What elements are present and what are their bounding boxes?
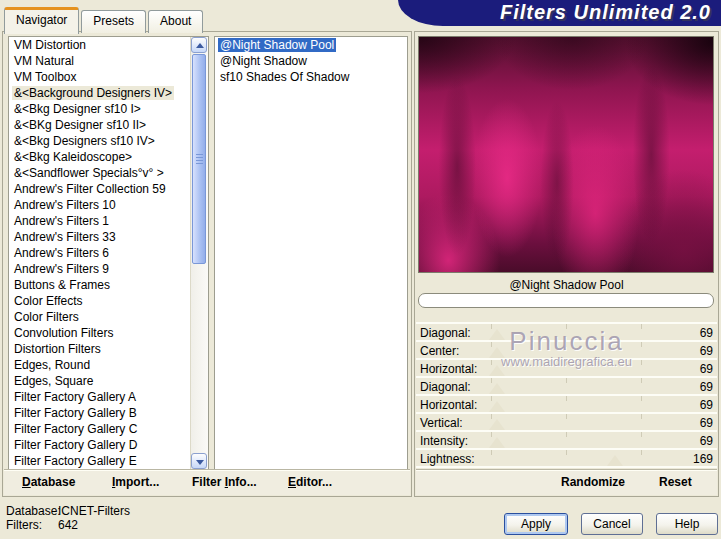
filters-unlimited-dialog: Navigator Presets About Filters Unlimite…: [0, 0, 721, 539]
slider-row[interactable]: Horizontal:69: [416, 394, 717, 412]
import-button[interactable]: Import...: [112, 475, 159, 489]
tab-presets-label: Presets: [93, 14, 134, 28]
filter-info-button[interactable]: Filter Info...: [192, 475, 257, 489]
tab-about-label: About: [160, 14, 191, 28]
scrollbar-thumb[interactable]: [192, 54, 206, 264]
left-toolbar: DatabaseImport...Filter Info...Editor...: [4, 469, 410, 495]
slider-thumb[interactable]: [489, 329, 505, 340]
slider-row[interactable]: Diagonal:69: [416, 376, 717, 394]
category-item[interactable]: Distortion Filters: [9, 341, 191, 357]
slider-row[interactable]: Center:69: [416, 340, 717, 358]
navigator-panel: VM DistortionVM NaturalVM Toolbox&<Backg…: [2, 31, 412, 497]
scroll-up-button[interactable]: [191, 37, 207, 53]
category-item[interactable]: Andrew's Filters 33: [9, 229, 191, 245]
app-title: Filters Unlimited 2.0: [500, 0, 721, 24]
preview-filter-name: @Night Shadow Pool: [415, 278, 718, 292]
right-toolbar: Randomize Reset: [416, 469, 717, 495]
category-item[interactable]: VM Toolbox: [9, 69, 191, 85]
slider-label: Lightness:: [420, 452, 475, 466]
filters-count-value: 642: [58, 518, 130, 532]
filter-listbox[interactable]: @Night Shadow Pool@Night Shadowsf10 Shad…: [214, 36, 408, 470]
slider-thumb[interactable]: [489, 365, 505, 376]
category-item[interactable]: Andrew's Filters 10: [9, 197, 191, 213]
database-button[interactable]: Database: [22, 475, 75, 489]
category-item[interactable]: VM Distortion: [9, 37, 191, 53]
preview-panel: @Night Shadow Pool Pinuccia www.maidireg…: [414, 31, 719, 497]
slider-label: Intensity:: [420, 434, 468, 448]
category-item[interactable]: Edges, Square: [9, 373, 191, 389]
filter-item[interactable]: @Night Shadow: [215, 53, 407, 69]
editor-button[interactable]: Editor...: [288, 475, 332, 489]
category-item[interactable]: Buttons & Frames: [9, 277, 191, 293]
tab-about[interactable]: About: [148, 10, 203, 33]
scrollbar-track[interactable]: [191, 53, 207, 453]
slider-thumb[interactable]: [489, 347, 505, 358]
database-value: ICNET-Filters: [58, 504, 130, 518]
filter-preview-image[interactable]: [418, 36, 714, 273]
category-item[interactable]: &<Bkg Designer sf10 I>: [9, 101, 191, 117]
category-item[interactable]: &<Bkg Designers sf10 IV>: [9, 133, 191, 149]
slider-label: Diagonal:: [420, 326, 471, 340]
slider-thumb[interactable]: [489, 383, 505, 394]
category-item[interactable]: &<Bkg Kaleidoscope>: [9, 149, 191, 165]
help-button[interactable]: Help: [656, 513, 718, 535]
tab-navigator[interactable]: Navigator: [4, 7, 79, 34]
slider-label: Horizontal:: [420, 362, 477, 376]
tab-presets[interactable]: Presets: [81, 10, 146, 33]
slider-row[interactable]: Intensity:69: [416, 430, 717, 448]
category-item[interactable]: Filter Factory Gallery D: [9, 437, 191, 453]
slider-label: Vertical:: [420, 416, 463, 430]
category-item[interactable]: Andrew's Filters 1: [9, 213, 191, 229]
filters-count-label: Filters:: [6, 518, 58, 532]
scrollbar-grip-icon: [196, 154, 203, 164]
category-item[interactable]: VM Natural: [9, 53, 191, 69]
apply-button[interactable]: Apply: [504, 513, 568, 535]
category-item[interactable]: Edges, Round: [9, 357, 191, 373]
category-item[interactable]: Convolution Filters: [9, 325, 191, 341]
arrow-down-icon: [196, 460, 204, 465]
category-item[interactable]: Filter Factory Gallery C: [9, 421, 191, 437]
slider-label: Diagonal:: [420, 380, 471, 394]
filter-item[interactable]: sf10 Shades Of Shadow: [215, 69, 407, 85]
scroll-down-button[interactable]: [191, 453, 207, 469]
category-item[interactable]: Color Effects: [9, 293, 191, 309]
arrow-up-icon: [196, 43, 204, 48]
slider-thumb[interactable]: [607, 455, 623, 466]
category-item[interactable]: &<Sandflower Specials°v° >: [9, 165, 191, 181]
filter-item-selected[interactable]: @Night Shadow Pool: [215, 37, 407, 53]
category-item[interactable]: Filter Factory Gallery B: [9, 405, 191, 421]
slider-value: 69: [700, 416, 713, 430]
slider-thumb[interactable]: [489, 419, 505, 430]
slider-value: 69: [700, 380, 713, 394]
slider-value: 69: [700, 434, 713, 448]
category-item[interactable]: &<BKg Designer sf10 II>: [9, 117, 191, 133]
slider-thumb[interactable]: [489, 437, 505, 448]
slider-row[interactable]: Horizontal:69: [416, 358, 717, 376]
randomize-button[interactable]: Randomize: [561, 475, 625, 489]
cancel-button[interactable]: Cancel: [581, 513, 643, 535]
category-item[interactable]: Color Filters: [9, 309, 191, 325]
slider-row[interactable]: Diagonal:69: [416, 322, 717, 340]
slider-value: 69: [700, 398, 713, 412]
title-banner: Filters Unlimited 2.0: [398, 0, 721, 26]
category-listbox[interactable]: VM DistortionVM NaturalVM Toolbox&<Backg…: [8, 36, 209, 470]
status-area: Database: ICNET-Filters Filters: 642 App…: [0, 498, 721, 539]
category-item[interactable]: Filter Factory Gallery A: [9, 389, 191, 405]
slider-stack: Pinuccia www.maidiregrafica.eu Diagonal:…: [416, 322, 717, 468]
progress-bar: [418, 293, 714, 308]
slider-row[interactable]: Vertical:69: [416, 412, 717, 430]
slider-value: 69: [700, 326, 713, 340]
slider-value: 69: [700, 344, 713, 358]
category-scrollbar[interactable]: [190, 37, 208, 469]
slider-label: Center:: [420, 344, 459, 358]
slider-label: Horizontal:: [420, 398, 477, 412]
category-item[interactable]: Filter Factory Gallery E: [9, 453, 191, 469]
slider-thumb[interactable]: [489, 401, 505, 412]
category-item[interactable]: Andrew's Filter Collection 59: [9, 181, 191, 197]
category-item[interactable]: Andrew's Filters 9: [9, 261, 191, 277]
category-item[interactable]: Andrew's Filters 6: [9, 245, 191, 261]
slider-row[interactable]: Lightness:169: [416, 448, 717, 468]
status-text: Database: ICNET-Filters Filters: 642: [6, 504, 130, 532]
category-item-selected[interactable]: &<Background Designers IV>: [9, 85, 191, 101]
reset-button[interactable]: Reset: [659, 475, 692, 489]
